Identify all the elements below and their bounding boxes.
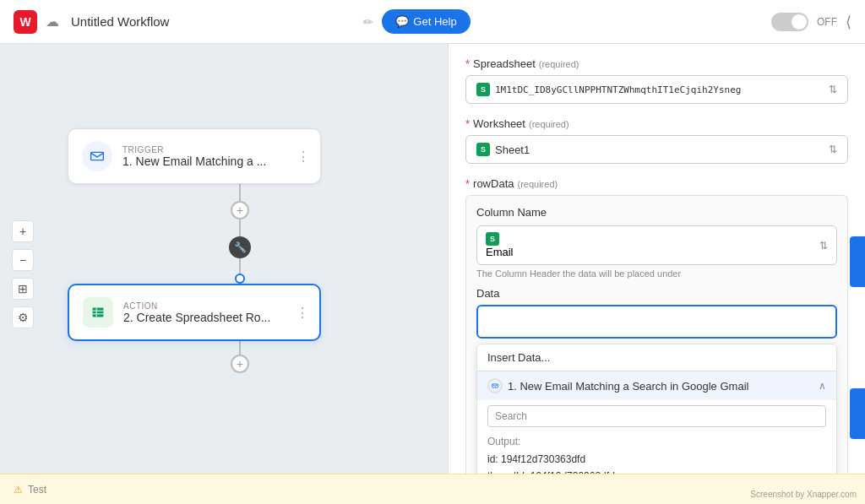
spreadsheet-select[interactable]: S 1M1tDC_ID8yGCllNPPHTNTZWhmqthIT1eCjqih… [465, 75, 848, 104]
column-hint: The Column Header the data will be place… [476, 268, 837, 279]
action-node-info: Action 2. Create Spreadsheet Ro... [123, 301, 270, 324]
get-help-button[interactable]: 💬 Get Help [382, 9, 470, 34]
worksheet-arrows-icon: ⇅ [829, 144, 837, 155]
cloud-icon: ☁ [46, 14, 63, 30]
search-input[interactable]: Search [487, 405, 826, 427]
output-label: Output: [487, 436, 826, 447]
rowdata-field-section: * rowData (required) Column Name S Email… [465, 177, 848, 504]
output-item-id[interactable]: id: 194f12d730363dfd [487, 451, 826, 468]
side-action-btn-1[interactable] [850, 236, 865, 287]
conn-line-3 [239, 258, 241, 274]
spreadsheet-value: 1M1tDC_ID8yGCllNPPHTNTZWhmqthIT1eCjqih2Y… [495, 84, 741, 95]
sheets-icon [83, 297, 113, 328]
gmail-item-label: 1. New Email Matching a Search in Google… [508, 380, 748, 393]
workflow-title: Untitled Workflow [71, 14, 355, 29]
workflow-nodes: Trigger 1. New Email Matching a ... ⋮ + … [68, 128, 372, 373]
col-arrows-icon: ⇅ [819, 240, 828, 252]
canvas-controls: + − ⊞ ⚙ [12, 220, 34, 328]
right-panel: * Spreadsheet (required) S 1M1tDC_ID8yGC… [448, 44, 865, 504]
fit-button[interactable]: ⊞ [12, 278, 34, 300]
edit-icon[interactable]: ✏ [363, 15, 373, 29]
rowdata-label: * rowData (required) [465, 177, 848, 190]
worksheet-value: Sheet1 [495, 144, 530, 156]
column-name-header: Column Name [476, 206, 837, 219]
warning-icon: ⚠ [14, 484, 23, 496]
column-name-select[interactable]: S Email ⇅ [476, 225, 837, 265]
workflow-toggle[interactable] [771, 13, 808, 31]
svg-rect-3 [93, 308, 104, 317]
app-logo: W [14, 10, 37, 34]
worksheet-field-section: * Worksheet (required) S Sheet1 ⇅ [465, 117, 848, 164]
column-select-row: S Email ⇅ [476, 225, 837, 265]
sheets-mini-icon-2: S [476, 143, 490, 156]
watermark: Screenshot by Xnapper.com [750, 490, 857, 499]
trigger-node-info: Trigger 1. New Email Matching a ... [122, 145, 266, 168]
data-field-label: Data [476, 287, 837, 300]
workflow-canvas: + − ⊞ ⚙ Trigger 1. New Email Matching a … [0, 44, 448, 504]
column-name-value: Email [486, 246, 514, 258]
toggle-label: OFF [817, 16, 837, 28]
rowdata-box: Column Name S Email ⇅ The Column Header … [465, 195, 848, 504]
add-step-button-2[interactable]: + [231, 355, 249, 373]
side-action-btn-2[interactable] [850, 388, 865, 439]
action-name: 2. Create Spreadsheet Ro... [123, 311, 270, 324]
data-input[interactable] [476, 305, 837, 339]
topbar: W ☁ Untitled Workflow ✏ 💬 Get Help OFF ⟨ [0, 0, 865, 44]
gmail-data-item[interactable]: 1. New Email Matching a Search in Google… [477, 371, 836, 400]
col-sheet-icon: S [486, 232, 499, 246]
trigger-menu-button[interactable]: ⋮ [296, 149, 310, 165]
select-arrows-icon: ⇅ [829, 84, 837, 95]
trigger-name: 1. New Email Matching a ... [122, 154, 266, 168]
connector-2: + [108, 341, 372, 373]
conn2-line [239, 341, 241, 355]
share-button[interactable]: ⟨ [846, 13, 851, 31]
add-step-button-1[interactable]: + [231, 201, 249, 219]
trigger-label: Trigger [122, 145, 266, 154]
gmail-mini-icon [487, 378, 503, 393]
test-label: Test [28, 484, 46, 496]
worksheet-label: * Worksheet (required) [465, 117, 848, 130]
trigger-node[interactable]: Trigger 1. New Email Matching a ... ⋮ [68, 128, 321, 184]
insert-data-header: Insert Data... [477, 344, 836, 371]
worksheet-select[interactable]: S Sheet1 ⇅ [465, 135, 848, 164]
gmail-icon [82, 141, 112, 171]
conn-line-2 [239, 219, 241, 236]
action-label: Action [123, 301, 270, 311]
spreadsheet-label: * Spreadsheet (required) [465, 57, 848, 70]
zoom-out-button[interactable]: − [12, 249, 34, 271]
help-icon: 💬 [395, 15, 409, 28]
settings-button[interactable]: ⚙ [12, 306, 34, 328]
action-menu-button[interactable]: ⋮ [296, 305, 309, 321]
action-node[interactable]: Action 2. Create Spreadsheet Ro... ⋮ [68, 284, 321, 341]
chevron-up-icon: ∧ [819, 380, 826, 392]
bottom-test-bar: ⚠ Test [0, 474, 865, 504]
zoom-in-button[interactable]: + [12, 220, 34, 242]
config-button[interactable]: 🔧 [229, 236, 251, 258]
conn-circle [235, 274, 245, 284]
conn-line-1 [239, 184, 241, 201]
connector-1: + 🔧 [108, 184, 372, 284]
spreadsheet-field-section: * Spreadsheet (required) S 1M1tDC_ID8yGC… [465, 57, 848, 104]
sheets-mini-icon: S [476, 83, 490, 96]
